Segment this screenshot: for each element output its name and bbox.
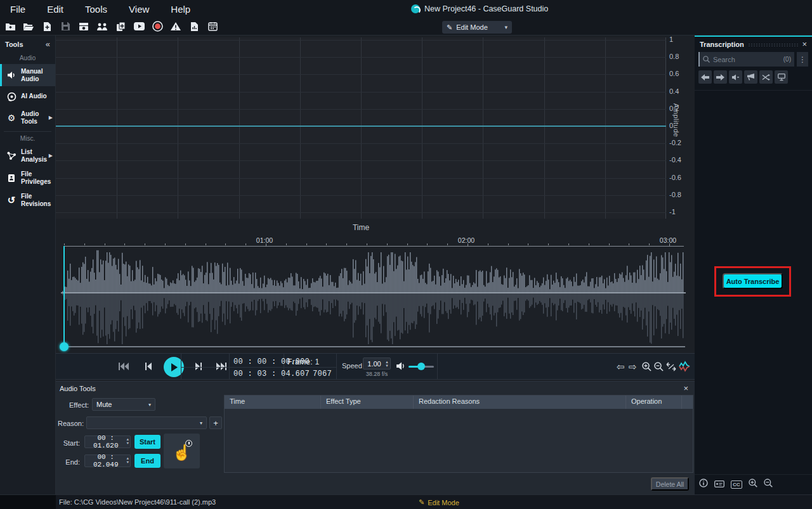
playhead-line[interactable] xyxy=(63,246,65,347)
waveform-view-icon[interactable] xyxy=(679,361,690,375)
record-screen-icon[interactable] xyxy=(78,21,89,32)
fit-view-icon[interactable] xyxy=(666,362,676,374)
end-button[interactable]: End xyxy=(134,454,160,468)
timeline-label: 01:00 xyxy=(256,236,273,244)
scrubber-track[interactable] xyxy=(64,346,685,347)
new-project-icon[interactable] xyxy=(4,21,16,32)
window-title-text: New Project46 - CaseGuard Studio xyxy=(424,4,548,13)
speed-stepper[interactable]: ▲▼ xyxy=(385,360,390,368)
start-label: Start: xyxy=(56,439,80,447)
column-header-time: Time xyxy=(225,396,321,409)
start-button[interactable]: Start xyxy=(134,435,160,449)
auto-transcribe-button[interactable]: Auto Transcribe xyxy=(723,273,783,289)
start-time-stepper[interactable]: ▲▼ xyxy=(126,438,130,446)
column-header-effect-type: Effect Type xyxy=(321,396,414,409)
effect-dropdown[interactable]: Mute ▾ xyxy=(92,398,155,411)
zoom-out-icon[interactable] xyxy=(764,479,773,490)
edit-mode-dropdown[interactable]: ✎ Edit Mode ▾ xyxy=(442,21,512,34)
sidebar-item-audio-tools[interactable]: ⚙ Audio Tools ▶ xyxy=(0,106,55,129)
menu-help[interactable]: Help xyxy=(168,4,193,15)
audio-waveform[interactable] xyxy=(61,247,686,345)
close-panel-icon[interactable]: × xyxy=(683,383,688,393)
effect-label: Effect: xyxy=(56,401,89,409)
start-time-input[interactable]: 00 : 01.620 ▲▼ xyxy=(84,435,131,448)
zoom-in-icon[interactable] xyxy=(642,362,652,374)
sidebar-item-manual-audio[interactable]: Manual Audio xyxy=(0,64,55,86)
menu-bar: File Edit Tools View Help New Project46 … xyxy=(0,0,812,18)
menu-edit[interactable]: Edit xyxy=(44,4,66,15)
sidebar-item-label: AI Audio xyxy=(21,93,47,100)
audio-tools-panel: Audio Tools × Effect: Mute ▾ Reason: ▾ +… xyxy=(56,381,695,494)
sidebar-item-label: List Analysis xyxy=(21,148,53,163)
volume-icon[interactable] xyxy=(396,361,405,373)
transcription-bottom-toolbar: CC xyxy=(699,479,773,490)
menu-file[interactable]: File xyxy=(8,4,28,15)
sidebar-item-file-revisions[interactable]: ↺ File Revisions xyxy=(0,189,55,211)
reason-dropdown[interactable]: ▾ xyxy=(86,416,207,429)
previous-frame-button[interactable] xyxy=(145,362,152,373)
collapse-sidebar-icon[interactable]: « xyxy=(46,39,50,49)
y-tick: 1 xyxy=(669,35,686,43)
search-icon xyxy=(703,54,710,65)
edit-mode-label: Edit Mode xyxy=(456,23,488,31)
previous-arrow-icon[interactable] xyxy=(698,70,712,84)
sidebar-item-list-analysis[interactable]: List Analysis ▶ xyxy=(0,145,55,167)
y-tick: 0.4 xyxy=(669,87,686,95)
next-frame-button[interactable] xyxy=(195,362,202,373)
transcription-title: Transcription xyxy=(700,41,744,48)
status-bar-corner xyxy=(0,495,56,509)
alerts-icon[interactable] xyxy=(170,21,181,32)
tools-sidebar: Tools « Audio Manual Audio AI Audio ⚙ Au… xyxy=(0,35,56,494)
skip-to-start-button[interactable] xyxy=(118,362,129,373)
menu-tools[interactable]: Tools xyxy=(82,4,110,15)
tap-to-mark-button[interactable]: ☝ xyxy=(164,434,200,468)
zoom-out-icon[interactable] xyxy=(654,362,664,374)
skip-to-end-button[interactable] xyxy=(216,362,227,373)
report-icon[interactable] xyxy=(188,21,200,32)
next-arrow-icon[interactable] xyxy=(714,70,727,84)
speed-value: 1.00 xyxy=(363,360,385,368)
chevron-down-icon: ▾ xyxy=(504,24,508,30)
section-label-audio: Audio xyxy=(0,51,55,64)
reason-label: Reason: xyxy=(56,420,84,427)
projector-icon[interactable] xyxy=(775,70,788,84)
transcription-nav-buttons xyxy=(698,70,788,84)
volume-low-icon[interactable] xyxy=(729,70,742,84)
volume-slider-handle[interactable] xyxy=(417,363,425,370)
info-icon[interactable] xyxy=(699,479,708,490)
megaphone-icon[interactable] xyxy=(744,70,757,84)
redo-icon[interactable]: ⇨ xyxy=(629,361,637,373)
subtitle-card-icon[interactable] xyxy=(714,479,724,490)
search-options-menu-icon[interactable]: ⋮ xyxy=(797,52,808,67)
file-privileges-icon xyxy=(6,174,16,183)
end-time-input[interactable]: 00 : 02.049 ▲▼ xyxy=(84,454,131,467)
submenu-arrow-icon: ▶ xyxy=(49,115,53,120)
caseguard-logo-icon xyxy=(411,4,420,13)
caseguard-studio-window: File Edit Tools View Help New Project46 … xyxy=(0,0,812,509)
end-time-stepper[interactable]: ▲▼ xyxy=(126,457,130,465)
menu-view[interactable]: View xyxy=(126,4,152,15)
add-file-icon[interactable] xyxy=(41,21,53,32)
transcription-panel: Transcription × Search (0) ⋮ Auto Transc… xyxy=(695,35,812,494)
add-reason-button[interactable]: + xyxy=(209,416,222,429)
collaborate-icon[interactable] xyxy=(96,21,108,32)
y-tick: -0.8 xyxy=(669,191,686,198)
sidebar-item-ai-audio[interactable]: AI Audio xyxy=(0,86,55,106)
scrubber-handle[interactable] xyxy=(60,342,69,351)
delete-all-button[interactable]: Delete All xyxy=(651,477,689,491)
panel-divider xyxy=(695,90,812,91)
zoom-in-icon[interactable] xyxy=(749,479,757,490)
open-project-icon[interactable] xyxy=(23,21,34,32)
closed-captions-icon[interactable]: CC xyxy=(731,480,742,489)
export-video-icon[interactable] xyxy=(133,21,145,32)
undo-icon[interactable]: ⇦ xyxy=(617,361,625,373)
close-transcription-icon[interactable]: × xyxy=(802,39,807,49)
schedule-icon[interactable] xyxy=(207,21,218,32)
transcription-search-input[interactable]: Search (0) xyxy=(698,52,794,67)
fps-display: 38.28 f/s xyxy=(363,371,391,377)
record-icon[interactable] xyxy=(152,21,163,32)
copy-project-icon[interactable] xyxy=(115,21,126,32)
speed-input[interactable]: 1.00 ▲▼ xyxy=(363,358,391,370)
shuffle-icon[interactable] xyxy=(759,70,773,84)
sidebar-item-file-privileges[interactable]: File Privileges xyxy=(0,167,55,189)
